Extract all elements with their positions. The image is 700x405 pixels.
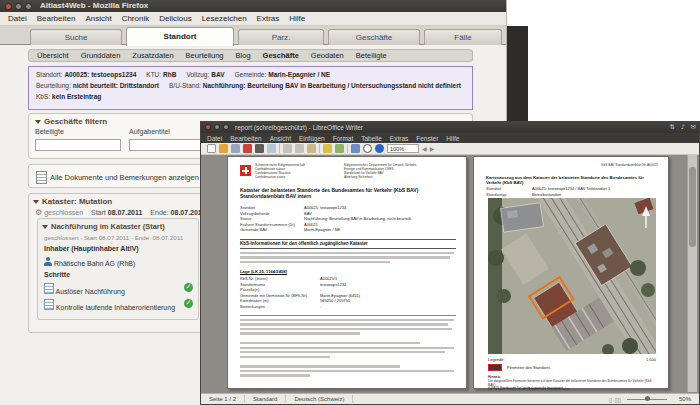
multi-page-view-icon[interactable]: ▯▯ <box>614 396 621 403</box>
kataster-status-row: ⚙ geschlossen Start 08.07.2011 Ende: 08.… <box>35 208 205 217</box>
menu-ansicht[interactable]: Ansicht <box>85 14 111 23</box>
minimize-button[interactable] <box>15 3 22 10</box>
aerial-map[interactable] <box>488 198 656 354</box>
subtab-zusatzdaten[interactable]: Zusatzdaten <box>132 51 173 60</box>
menu-extras[interactable]: Extras <box>390 135 408 142</box>
maximize-button[interactable] <box>25 3 32 10</box>
paragraph-greek <box>240 319 456 379</box>
fields-block-a: StandortA00025: testoeops1234 Vollzugsbe… <box>240 205 456 233</box>
gear-icon: ⚙ <box>35 208 42 217</box>
print-icon[interactable] <box>255 144 264 153</box>
menu-hilfe[interactable]: Hilfe <box>289 14 305 23</box>
info-pair: B/U-Stand:Nachführung: Beurteilung BAV i… <box>169 82 461 89</box>
check-icon: ✓ <box>184 283 193 292</box>
mail-indicator-icon[interactable]: ✉ <box>691 122 696 133</box>
close-button[interactable] <box>205 124 211 130</box>
scrollbar-thumb[interactable] <box>689 167 696 247</box>
page-indicator[interactable]: Seite 1 / 2 <box>201 395 245 403</box>
sound-indicator-icon[interactable]: ♪ <box>681 122 685 133</box>
document-page-1[interactable]: Schweizerische Eidgenossenschaft Confédé… <box>227 156 467 389</box>
zoom-slider[interactable] <box>627 399 667 400</box>
network-indicator-icon[interactable]: ⇅ <box>670 122 675 133</box>
find-icon[interactable] <box>363 144 372 153</box>
field-label-aufgabentitel: Aufgabentitel <box>129 128 170 135</box>
subtab-blog[interactable]: Blog <box>236 51 251 60</box>
menu-bearbeiten[interactable]: Bearbeiten <box>37 14 76 23</box>
print-preview-icon[interactable] <box>267 144 276 153</box>
document-page-2[interactable]: KbS BAV Standortdatenblatt Nr. A00025 Ka… <box>473 156 669 389</box>
subtab-grunddaten[interactable]: Grunddaten <box>81 51 121 60</box>
map-scale: 1:500 <box>646 357 656 363</box>
collapse-icon <box>35 120 41 124</box>
step-row[interactable]: Auslöser Nachführung <box>44 283 125 295</box>
nachfuehrung-title[interactable]: Nachführung im Kataster (Start) <box>42 222 165 231</box>
page-header: KbS BAV Standortdatenblatt Nr. A00025 <box>601 164 658 168</box>
task-form-icon <box>44 283 54 294</box>
paragraph-greek <box>240 252 456 265</box>
menu-datei[interactable]: Datei <box>207 135 222 142</box>
menu-fenster[interactable]: Fenster <box>416 135 438 142</box>
undo-icon[interactable] <box>323 144 332 153</box>
menu-format[interactable]: Format <box>333 135 354 142</box>
menu-bearbeiten[interactable]: Bearbeiten <box>230 135 261 142</box>
forward-arrow-icon[interactable]: ▶ <box>430 145 435 152</box>
libreoffice-titlebar[interactable]: report (schreibgeschützt) - LibreOffice … <box>201 122 699 133</box>
close-button[interactable] <box>5 3 12 10</box>
menu-hilfe[interactable]: Hilfe <box>446 135 459 142</box>
menu-datei[interactable]: Datei <box>8 14 27 23</box>
info-pair: KbS:kein Ersteintrag <box>36 93 101 100</box>
cut-icon[interactable] <box>283 144 292 153</box>
beteiligte-input[interactable] <box>35 139 121 151</box>
export-pdf-icon[interactable] <box>243 144 252 153</box>
new-document-icon[interactable] <box>207 144 216 153</box>
tab-geschaefte[interactable]: Geschäfte <box>328 29 420 45</box>
zoom-percentage[interactable]: 50% <box>671 395 699 403</box>
menu-lesezeichen[interactable]: Lesezeichen <box>202 14 247 23</box>
open-icon[interactable] <box>219 144 228 153</box>
menu-delicious[interactable]: Delicious <box>159 14 191 23</box>
tab-suche[interactable]: Suche <box>30 29 122 45</box>
inhaber-name: Rhätische Bahn AG (RhB) <box>54 260 135 267</box>
schritte-label: Schritte <box>44 271 70 278</box>
menu-chronik[interactable]: Chronik <box>122 14 150 23</box>
swiss-flag-icon <box>240 165 251 176</box>
back-arrow-icon[interactable]: ◀ <box>422 145 427 152</box>
tab-parz[interactable]: Parz. <box>238 29 324 45</box>
status-text: geschlossen <box>44 209 83 216</box>
navigator-icon[interactable] <box>375 144 384 153</box>
menu-ansicht[interactable]: Ansicht <box>270 135 291 142</box>
tab-faelle[interactable]: Fälle <box>424 29 502 45</box>
page-style[interactable]: Standard <box>245 395 286 403</box>
inhaber-row[interactable]: Rhätische Bahn AG (RhB) <box>44 257 135 267</box>
tab-standort[interactable]: Standort <box>126 27 234 46</box>
step-row[interactable]: Kontrolle laufende Inhaberorientierung <box>44 299 175 311</box>
menu-einfuegen[interactable]: Einfügen <box>299 135 325 142</box>
firefox-titlebar[interactable]: Altlast4Web - Mozilla Firefox <box>0 0 506 12</box>
map-fields: StandortA00025: testoeops1234 / BAV Teil… <box>486 186 658 197</box>
single-page-view-icon[interactable]: ▯ <box>609 396 612 403</box>
subtab-uebersicht[interactable]: Übersicht <box>37 51 69 60</box>
paste-icon[interactable] <box>307 144 316 153</box>
zoom-combobox[interactable]: 100% <box>387 144 419 153</box>
menu-extras[interactable]: Extras <box>257 14 280 23</box>
info-pair: Vollzug:BAV <box>186 71 224 78</box>
maximize-button[interactable] <box>223 124 229 130</box>
field-label-beteiligte: Beteiligte <box>35 128 64 135</box>
libreoffice-toolbar: 100% ◀ ▶ <box>201 143 699 155</box>
insert-table-icon[interactable] <box>351 144 360 153</box>
copy-icon[interactable] <box>295 144 304 153</box>
filter-panel-title[interactable]: Geschäfte filtern <box>35 117 107 126</box>
show-documents-link[interactable]: Alle Dokumente und Bemerkungen anzeigen <box>50 173 199 182</box>
menu-tabelle[interactable]: Tabelle <box>361 135 382 142</box>
kataster-title[interactable]: Kataster: Mutation <box>33 197 112 206</box>
subtab-geodaten[interactable]: Geodaten <box>311 51 344 60</box>
save-icon[interactable] <box>231 144 240 153</box>
language-indicator[interactable]: Deutsch (Schweiz) <box>286 395 353 403</box>
subtab-beurteilung[interactable]: Beurteilung <box>186 51 224 60</box>
vertical-scrollbar[interactable] <box>687 155 697 392</box>
redo-icon[interactable] <box>335 144 344 153</box>
subtab-beteiligte[interactable]: Beteiligte <box>356 51 387 60</box>
subtab-geschaefte-active[interactable]: Geschäfte <box>263 51 299 60</box>
step-label: Auslöser Nachführung <box>56 288 125 295</box>
minimize-button[interactable] <box>214 124 220 130</box>
